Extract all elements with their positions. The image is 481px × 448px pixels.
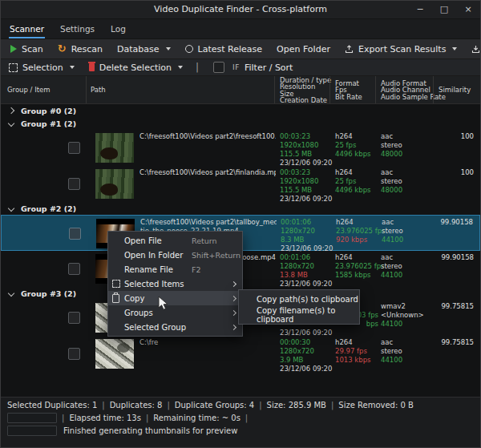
copy-submenu: Copy path(s) to clipboardCopy filename(s…	[238, 289, 360, 325]
context-menu: Open FileReturnOpen In FolderShift+Retur…	[107, 231, 243, 337]
menu-item-groups[interactable]: Groups	[108, 305, 242, 320]
similarity-value: 100	[461, 168, 474, 176]
duplicate-row[interactable]: C:\freesoft100\Videos part2\freesoft100.…	[1, 130, 480, 166]
stat-line: aac	[381, 338, 434, 347]
selection-icon	[112, 280, 120, 288]
menu-item-open-file[interactable]: Open FileReturn	[108, 233, 242, 248]
row-checkbox[interactable]	[68, 142, 80, 154]
menu-item-copy[interactable]: Copy	[108, 291, 242, 305]
similarity-value: 99.75815	[441, 302, 474, 310]
row-checkbox[interactable]	[68, 178, 80, 190]
open-folder-button[interactable]: Open Folder	[277, 44, 330, 54]
tab-log[interactable]: Log	[110, 22, 127, 38]
stat-line: 1280x720	[280, 262, 331, 271]
stat-column: h26429.97 fps1013 kbps	[335, 338, 378, 365]
header-group-item[interactable]: Group / Item	[7, 87, 51, 93]
rescan-button[interactable]: ↻ Rescan	[58, 44, 103, 54]
main-toolbar: Scan ↻ Rescan Database Latest Release Op…	[1, 39, 480, 59]
stat-line: 25 fps	[335, 141, 378, 150]
stat-line: 44100	[381, 271, 434, 280]
selection-icon	[9, 63, 18, 72]
stat-line: 4496 kbps	[335, 186, 378, 195]
stat-line: 1585 kbps	[335, 271, 378, 280]
header-format[interactable]: Format Fps Bit Rate	[335, 80, 362, 100]
chevron-right-icon[interactable]	[8, 107, 14, 114]
stat-line: aac	[381, 132, 434, 141]
group-header[interactable]: Group #2 (2)	[1, 202, 480, 215]
selection-dropdown[interactable]: Selection	[9, 63, 75, 73]
stat-line: 4496 kbps	[335, 150, 378, 159]
rescan-label: Rescan	[71, 44, 103, 54]
chevron-down-icon[interactable]	[8, 205, 14, 212]
scan-progress-bar	[7, 413, 57, 423]
tab-scanner[interactable]: Scanner	[9, 22, 45, 38]
menu-shortcut: Return	[192, 236, 217, 245]
selection-toolbar: Selection Delete Selection | IF Filter /…	[1, 59, 480, 76]
stat-line: 115.5 MB	[280, 150, 331, 159]
stat-line: 44100	[382, 236, 435, 244]
header-similarity[interactable]: Similarity	[439, 87, 471, 93]
chevron-down-icon[interactable]	[8, 120, 14, 127]
stat-column: h26425 fps4496 kbps	[335, 168, 378, 195]
dropdown-caret-icon	[70, 66, 75, 69]
menu-item-selected-items[interactable]: Selected Items	[108, 276, 242, 291]
column-divider	[433, 76, 434, 103]
submenu-arrow-icon	[231, 324, 236, 329]
submenu-arrow-icon	[231, 295, 236, 301]
menu-item-label: Selected Group	[124, 323, 186, 332]
menu-item-label: Copy	[124, 294, 144, 303]
duplicate-row[interactable]: C:\freesoft100\Videos part2\finlandia.mp…	[1, 166, 480, 202]
status-separator: |	[167, 401, 169, 410]
path-line: C:\freesoft100\Videos part2\tallboy_medi…	[140, 218, 277, 227]
filter-checkbox[interactable]	[213, 62, 224, 73]
menu-item-label: Selected Items	[124, 280, 184, 289]
maximize-button[interactable]: □	[432, 1, 456, 18]
column-divider	[274, 76, 275, 103]
chevron-down-icon[interactable]	[8, 290, 14, 297]
header-duration[interactable]: Duration / type Resolution Size Creation…	[280, 77, 331, 104]
row-checkbox[interactable]	[69, 228, 81, 240]
scan-button[interactable]: Scan	[10, 44, 43, 54]
latest-release-button[interactable]: Latest Release	[185, 44, 262, 54]
import-scan-results-dropdown[interactable]: Import Scan Results	[471, 44, 481, 54]
row-checkbox[interactable]	[68, 263, 80, 275]
stat-column: 00:00:301280x7203.9 MB23/12/06 09:20	[280, 338, 331, 373]
status-stats: Selected Duplicates: 1|Duplicates: 8|Dup…	[7, 401, 414, 410]
tab-bar: Scanner Settings Log	[1, 19, 480, 39]
status-separator: |	[102, 401, 104, 410]
row-checkbox[interactable]	[68, 348, 80, 360]
stat-column: h26425 fps4496 kbps	[335, 132, 378, 159]
group-header[interactable]: Group #0 (2)	[1, 104, 480, 117]
stat-line: 23/12/06 09:20	[280, 195, 331, 204]
dropdown-caret-icon	[452, 47, 457, 50]
status-stat: Size Removed: 0 B	[338, 401, 414, 410]
menu-shortcut: F2	[192, 265, 201, 274]
submenu-item-copy-filename-s-to-clipboard[interactable]: Copy filename(s) to clipboard	[239, 307, 359, 322]
database-dropdown[interactable]: Database	[117, 44, 171, 54]
submenu-item-copy-path-s-to-clipboard[interactable]: Copy path(s) to clipboard	[239, 292, 359, 307]
tab-settings[interactable]: Settings	[59, 22, 95, 38]
close-button[interactable]: ×	[456, 1, 480, 18]
menu-item-selected-group[interactable]: Selected Group	[108, 320, 242, 334]
header-line: Audio Sample Rate	[381, 94, 446, 100]
duplicate-row[interactable]: C:\fre00:00:301280x7203.9 MB23/12/06 09:…	[1, 336, 480, 372]
menu-item-open-in-folder[interactable]: Open In FolderShift+Return	[108, 248, 242, 262]
minimize-button[interactable]: −	[408, 1, 432, 18]
filter-sort-label: Filter / Sort	[245, 63, 293, 73]
delete-selection-dropdown[interactable]: Delete Selection	[89, 63, 183, 73]
group-header[interactable]: Group #1 (2)	[1, 117, 480, 130]
filter-sort-control[interactable]: IF Filter / Sort	[232, 63, 293, 73]
delete-selection-label: Delete Selection	[99, 63, 172, 73]
group-label: Group #3 (2)	[21, 289, 76, 298]
header-audio[interactable]: Audio Format Audio Channel Audio Sample …	[381, 80, 446, 100]
export-icon	[345, 45, 354, 54]
row-checkbox[interactable]	[68, 312, 80, 324]
stat-column: aacstereo44100	[382, 218, 435, 244]
title-bar[interactable]: Video Duplicate Finder - Cross-platform …	[1, 1, 480, 19]
menu-item-rename-file[interactable]: Rename FileF2	[108, 262, 242, 276]
similarity-value: 99.75815	[441, 338, 474, 346]
stat-column: 00:03:231920x1080115.5 MB23/12/06 09:20	[280, 168, 331, 204]
file-path: C:\freesoft100\Videos part2\freesoft100.…	[139, 132, 276, 141]
export-scan-results-dropdown[interactable]: Export Scan Results	[345, 44, 457, 54]
header-path[interactable]: Path	[91, 87, 106, 93]
